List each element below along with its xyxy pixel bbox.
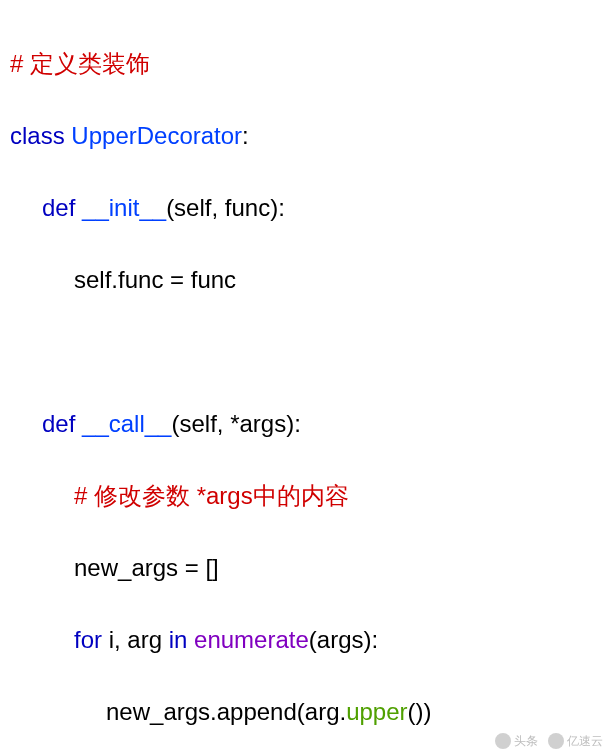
method-name: __init__ — [82, 194, 166, 221]
yisu-icon — [548, 733, 564, 749]
keyword-def: def — [42, 194, 75, 221]
keyword-in: in — [169, 626, 188, 653]
watermark-left: 头条 — [495, 732, 538, 750]
comment: # 定义类装饰 — [10, 50, 150, 77]
builtin: enumerate — [194, 626, 309, 653]
punct: : — [242, 122, 249, 149]
code-text: (args): — [309, 626, 378, 653]
code-text: i, arg — [102, 626, 169, 653]
watermark-right: 亿速云 — [548, 732, 603, 750]
keyword-for: for — [74, 626, 102, 653]
watermark-text: 头条 — [514, 732, 538, 750]
code-text: new_args.append(arg. — [106, 698, 346, 725]
method-name: __call__ — [82, 410, 171, 437]
toutiao-icon — [495, 733, 511, 749]
watermark: 头条 亿速云 — [495, 732, 603, 750]
keyword-class: class — [10, 122, 65, 149]
class-name: UpperDecorator — [71, 122, 242, 149]
params: (self, *args): — [171, 410, 300, 437]
method-call: upper — [346, 698, 407, 725]
code-block: # 定义类装饰 class UpperDecorator: def __init… — [10, 10, 599, 756]
keyword-def: def — [42, 410, 75, 437]
code-text: ()) — [408, 698, 432, 725]
code-text: self.func = func — [74, 266, 236, 293]
code-text: new_args = [] — [74, 554, 219, 581]
comment: # 修改参数 *args中的内容 — [74, 482, 349, 509]
watermark-text: 亿速云 — [567, 732, 603, 750]
params: (self, func): — [166, 194, 285, 221]
